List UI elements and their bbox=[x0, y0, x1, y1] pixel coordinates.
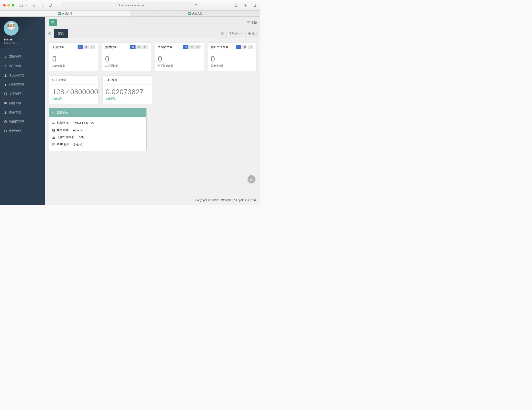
svg-point-7 bbox=[5, 56, 6, 57]
sidebar-item-5[interactable]: 问题管理〈 bbox=[0, 99, 45, 108]
stat-card-3: 地址生成数量月周日0总地址数量 bbox=[208, 42, 257, 71]
common-operations-dropdown[interactable]: 常用操作 ▼ bbox=[226, 29, 245, 38]
logout-label: 退出 bbox=[252, 32, 257, 35]
period-week[interactable]: 周 bbox=[84, 45, 89, 49]
stat-value: 0 bbox=[211, 55, 254, 63]
period-week[interactable]: 周 bbox=[136, 45, 142, 49]
period-day[interactable]: 日 bbox=[142, 45, 148, 49]
sidebar-item-3[interactable]: 代理商管理〈 bbox=[0, 80, 45, 89]
chevron-left-icon: 〈 bbox=[39, 102, 41, 105]
role-dropdown[interactable]: 超级管理员 ▼ bbox=[4, 41, 19, 45]
sidebar-item-1[interactable]: 商户管理〈 bbox=[0, 62, 45, 71]
chevron-left-icon: 〈 bbox=[39, 130, 41, 133]
stat-value: 0 bbox=[105, 55, 148, 63]
period-day[interactable]: 日 bbox=[248, 45, 253, 49]
theme-icon bbox=[247, 21, 250, 24]
period-month[interactable]: 月 bbox=[183, 45, 189, 49]
sysinfo-value: 50M bbox=[79, 136, 85, 139]
browser-tab-bar: H+ 火星支付 H+ 火星支付 bbox=[0, 10, 260, 17]
stat-value: 0 bbox=[52, 55, 95, 63]
shield-icon[interactable] bbox=[48, 3, 53, 8]
period-tabs: 月周日 bbox=[77, 45, 95, 49]
content-tab-row: 首页 常用操作 ▼ 退出 bbox=[45, 29, 260, 38]
svg-rect-19 bbox=[247, 21, 250, 22]
svg-point-8 bbox=[5, 65, 6, 66]
period-month[interactable]: 月 bbox=[77, 45, 83, 49]
stat-value: 0 bbox=[158, 55, 201, 63]
back-button[interactable] bbox=[31, 3, 36, 8]
period-week[interactable]: 周 bbox=[242, 45, 247, 49]
logout-button[interactable]: 退出 bbox=[245, 29, 260, 38]
svg-rect-27 bbox=[54, 123, 55, 124]
forward-button[interactable] bbox=[40, 3, 46, 8]
zoom-window-icon[interactable] bbox=[12, 4, 14, 7]
tab-label: 火星支付 bbox=[192, 12, 202, 15]
svg-rect-6 bbox=[253, 4, 256, 6]
sysinfo-label: 服务环境： bbox=[57, 128, 72, 132]
browser-tab-2[interactable]: H+ 火星支付 bbox=[130, 10, 261, 16]
period-day[interactable]: 日 bbox=[90, 45, 95, 49]
stat-title: 充值数量 bbox=[52, 45, 64, 49]
tab-home[interactable]: 首页 bbox=[54, 29, 68, 38]
sidebar-toggle-icon[interactable] bbox=[18, 3, 23, 8]
tab-scroll-right-button[interactable] bbox=[218, 29, 226, 38]
footer: Copyright © 2019后台管理系统 All rights reserv… bbox=[45, 195, 260, 205]
fetch-balance-link[interactable]: 点击获取 bbox=[106, 97, 116, 101]
sidebar-header: 求真相 admin 超级管理员 ▼ bbox=[0, 17, 45, 48]
stat-title: 地址生成数量 bbox=[211, 45, 228, 49]
address-bar[interactable]: 不安全 — cs.koicms.com bbox=[62, 2, 200, 9]
share-icon[interactable] bbox=[234, 3, 239, 8]
svg-rect-31 bbox=[54, 130, 55, 132]
dropdown-icon[interactable] bbox=[26, 3, 28, 8]
period-month[interactable]: 月 bbox=[130, 45, 135, 49]
browser-tab-1[interactable]: H+ 火星支付 bbox=[0, 10, 130, 16]
tab-home-label: 首页 bbox=[58, 32, 64, 35]
sidebar: 求真相 admin 超级管理员 ▼ 系统管理〈商户管理〈承兑商管理〈代理商管理〈… bbox=[0, 17, 45, 205]
tab-scroll-left-button[interactable] bbox=[45, 29, 54, 38]
close-window-icon[interactable] bbox=[3, 4, 6, 7]
sysinfo-row-2: 上传附件限制： 50M bbox=[52, 134, 143, 141]
sidebar-item-6[interactable]: 提币管理〈 bbox=[0, 108, 45, 117]
home-icon bbox=[250, 178, 253, 181]
menu-item-label: 问题管理 bbox=[9, 101, 21, 105]
stat-sublabel: 总提币数量 bbox=[105, 64, 148, 68]
sidebar-item-0[interactable]: 系统管理〈 bbox=[0, 52, 45, 62]
home-fab-button[interactable] bbox=[248, 175, 255, 183]
common-ops-label: 常用操作 bbox=[229, 32, 240, 35]
theme-button[interactable]: 主题 bbox=[247, 21, 257, 25]
period-week[interactable]: 周 bbox=[189, 45, 195, 49]
gears-icon bbox=[52, 112, 55, 114]
new-tab-icon[interactable] bbox=[243, 3, 248, 8]
user-icon bbox=[4, 111, 7, 114]
sidebar-collapse-button[interactable] bbox=[49, 19, 57, 26]
user-icon bbox=[4, 83, 7, 86]
tab-favicon-icon: H+ bbox=[58, 12, 61, 15]
svg-rect-26 bbox=[53, 123, 54, 124]
svg-rect-30 bbox=[52, 130, 54, 131]
browser-toolbar: 不安全 — cs.koicms.com bbox=[0, 0, 260, 10]
sidebar-item-2[interactable]: 承兑商管理〈 bbox=[0, 71, 45, 80]
reload-icon[interactable] bbox=[195, 4, 198, 7]
chevron-left-icon: 〈 bbox=[39, 93, 41, 96]
menu-item-label: 统计管理 bbox=[9, 129, 21, 133]
minimize-window-icon[interactable] bbox=[7, 4, 10, 7]
username-label: admin bbox=[4, 38, 41, 41]
stat-card-2: 手续费数量月周日0总手续费数量 bbox=[155, 42, 204, 71]
svg-rect-24 bbox=[53, 122, 54, 122]
sidebar-item-7[interactable]: 数据库管理〈 bbox=[0, 117, 45, 126]
avatar[interactable]: 求真相 bbox=[4, 21, 19, 36]
sysinfo-row-3: PHP 版本： 5.6.40 bbox=[52, 141, 143, 148]
sidebar-item-8[interactable]: 统计管理〈 bbox=[0, 126, 45, 136]
svg-rect-32 bbox=[54, 137, 54, 138]
logout-icon bbox=[248, 32, 251, 35]
tabs-overview-icon[interactable] bbox=[252, 3, 257, 8]
svg-rect-29 bbox=[54, 129, 55, 130]
theme-label: 主题 bbox=[251, 21, 257, 25]
period-day[interactable]: 日 bbox=[195, 45, 201, 49]
period-month[interactable]: 月 bbox=[236, 45, 241, 49]
svg-point-15 bbox=[4, 121, 7, 121]
svg-rect-25 bbox=[52, 123, 53, 124]
sidebar-item-4[interactable]: 文章管理〈 bbox=[0, 89, 45, 99]
fetch-balance-link[interactable]: 点击获取 bbox=[52, 97, 62, 101]
menu-item-label: 系统管理 bbox=[9, 55, 21, 59]
